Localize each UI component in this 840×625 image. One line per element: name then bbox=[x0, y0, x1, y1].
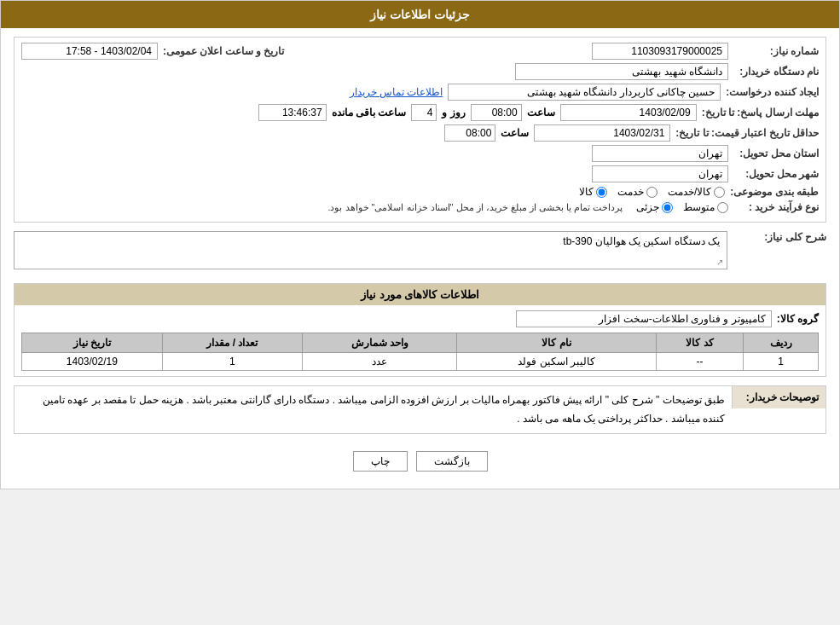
response-deadline-label: مهلت ارسال پاسخ: تا تاریخ: bbox=[702, 107, 819, 119]
description-row: شرح کلی نیاز: یک دستگاه اسکین یک هوالیان… bbox=[14, 231, 826, 276]
row-price-validity: حداقل تاریخ اعتبار قیمت: تا تاریخ: 1403/… bbox=[21, 124, 819, 142]
back-button[interactable]: بازگشت bbox=[416, 451, 488, 472]
radio-motavasset-input[interactable] bbox=[717, 202, 728, 213]
radio-kala-khedmat[interactable]: کالا/خدمت bbox=[668, 186, 725, 198]
process-note: پرداخت تمام یا بخشی از مبلغ خرید، از محل… bbox=[327, 202, 623, 213]
notes-text: طبق توضیحات " شرح کلی " ارائه پیش فاکتور… bbox=[14, 386, 732, 433]
content-area: شماره نیاز: 1103093179000025 تاریخ و ساع… bbox=[1, 28, 839, 489]
col-code: کد کالا bbox=[656, 333, 743, 353]
page-title: جزئیات اطلاعات نیاز bbox=[370, 8, 470, 21]
response-time-label: ساعت bbox=[527, 107, 555, 119]
cell-row: 1 bbox=[744, 353, 819, 371]
process-type-label: نوع فرآیند خرید : bbox=[733, 201, 819, 213]
price-validity-label: حداقل تاریخ اعتبار قیمت: تا تاریخ: bbox=[675, 127, 819, 139]
announce-date-value: 1403/02/04 - 17:58 bbox=[21, 43, 158, 60]
response-date-value: 1403/02/09 bbox=[560, 104, 697, 121]
radio-jozii-input[interactable] bbox=[662, 202, 673, 213]
need-number-label: شماره نیاز: bbox=[733, 45, 819, 57]
col-quantity: تعداد / مقدار bbox=[162, 333, 303, 353]
row-need-number: شماره نیاز: 1103093179000025 تاریخ و ساع… bbox=[21, 43, 819, 60]
main-info-section: شماره نیاز: 1103093179000025 تاریخ و ساع… bbox=[14, 37, 826, 223]
cell-date: 1403/02/19 bbox=[22, 353, 163, 371]
classification-label: طبقه بندی موضوعی: bbox=[730, 186, 819, 198]
radio-kala-input[interactable] bbox=[596, 187, 607, 198]
buyer-org-label: نام دستگاه خریدار: bbox=[733, 66, 819, 78]
province-value: تهران bbox=[592, 145, 728, 162]
row-classification: طبقه بندی موضوعی: کالا/خدمت خدمت کالا bbox=[21, 186, 819, 198]
radio-motavasset[interactable]: متوسط bbox=[683, 201, 728, 213]
creator-label: ایجاد کننده درخواست: bbox=[726, 86, 819, 98]
cell-name: کالیبر اسکین فولد bbox=[457, 353, 657, 371]
radio-khedmat-input[interactable] bbox=[646, 187, 658, 198]
city-label: شهر محل تحویل: bbox=[733, 168, 819, 180]
col-row: ردیف bbox=[744, 333, 819, 353]
notes-section: توصیحات خریدار: طبق توضیحات " شرح کلی " … bbox=[14, 385, 826, 434]
cell-quantity: 1 bbox=[162, 353, 303, 371]
col-name: نام کالا bbox=[457, 333, 657, 353]
description-value: یک دستگاه اسکین یک هوالیان tb-390 ↗ bbox=[14, 231, 727, 269]
need-number-value: 1103093179000025 bbox=[592, 43, 728, 60]
radio-kala-khedmat-input[interactable] bbox=[714, 187, 725, 198]
contact-link[interactable]: اطلاعات تماس خریدار bbox=[350, 86, 443, 98]
city-value: تهران bbox=[592, 165, 728, 182]
goods-group-row: گروه کالا: کامپیوتر و فناوری اطلاعات-سخت… bbox=[21, 310, 819, 327]
table-header-row: ردیف کد کالا نام کالا واحد شمارش تعداد /… bbox=[22, 333, 819, 353]
col-unit: واحد شمارش bbox=[303, 333, 457, 353]
price-validity-time-label: ساعت bbox=[501, 127, 529, 139]
cell-unit: عدد bbox=[303, 353, 457, 371]
row-creator: ایجاد کننده درخواست: حسین چاکانی کاربردا… bbox=[21, 84, 819, 101]
province-label: استان محل تحویل: bbox=[733, 148, 819, 159]
price-validity-time: 08:00 bbox=[444, 124, 495, 142]
page-container: جزئیات اطلاعات نیاز شماره نیاز: 11030931… bbox=[0, 0, 840, 489]
goods-group-value: کامپیوتر و فناوری اطلاعات-سخت افزار bbox=[516, 310, 772, 327]
goods-table: ردیف کد کالا نام کالا واحد شمارش تعداد /… bbox=[21, 333, 819, 371]
radio-kala-khedmat-label: کالا/خدمت bbox=[668, 186, 711, 198]
notes-label: توصیحات خریدار: bbox=[732, 386, 826, 408]
table-row: 1 -- کالیبر اسکین فولد عدد 1 1403/02/19 bbox=[22, 353, 819, 371]
buyer-org-value: دانشگاه شهید بهشتی bbox=[515, 63, 728, 80]
goods-group-label: گروه کالا: bbox=[777, 313, 819, 325]
goods-title: اطلاعات کالاهای مورد نیاز bbox=[14, 284, 826, 305]
buttons-row: بازگشت چاپ bbox=[14, 443, 826, 480]
radio-jozii[interactable]: جزئی bbox=[636, 201, 673, 213]
row-response-deadline: مهلت ارسال پاسخ: تا تاریخ: 1403/02/09 سا… bbox=[21, 104, 819, 121]
process-type-options: متوسط جزئی bbox=[636, 201, 728, 213]
remaining-time-label: ساعت باقی مانده bbox=[332, 107, 407, 119]
description-label: شرح کلی نیاز: bbox=[733, 231, 826, 243]
remaining-time-value: 13:46:37 bbox=[258, 104, 327, 121]
goods-body: گروه کالا: کامپیوتر و فناوری اطلاعات-سخت… bbox=[14, 305, 826, 376]
row-buyer-org: نام دستگاه خریدار: دانشگاه شهید بهشتی bbox=[21, 63, 819, 80]
print-button[interactable]: چاپ bbox=[353, 451, 408, 472]
radio-jozii-label: جزئی bbox=[636, 201, 659, 213]
creator-value: حسین چاکانی کاربردار دانشگاه شهید بهشتی bbox=[448, 84, 721, 101]
radio-kala[interactable]: کالا bbox=[579, 186, 607, 198]
radio-motavasset-label: متوسط bbox=[683, 201, 715, 213]
remaining-days-value: 4 bbox=[411, 104, 437, 121]
radio-khedmat[interactable]: خدمت bbox=[617, 186, 658, 198]
row-province: استان محل تحویل: تهران bbox=[21, 145, 819, 162]
cell-code: -- bbox=[656, 353, 743, 371]
radio-khedmat-label: خدمت bbox=[617, 186, 644, 198]
price-validity-date: 1403/02/31 bbox=[534, 124, 670, 142]
radio-kala-label: کالا bbox=[579, 186, 594, 198]
announce-date-label: تاریخ و ساعت اعلان عمومی: bbox=[163, 45, 284, 57]
response-time-value: 08:00 bbox=[471, 104, 522, 121]
row-city: شهر محل تحویل: تهران bbox=[21, 165, 819, 182]
goods-section: اطلاعات کالاهای مورد نیاز گروه کالا: کام… bbox=[14, 283, 826, 377]
col-date: تاریخ نیاز bbox=[22, 333, 163, 353]
remaining-days-label: روز و bbox=[442, 107, 465, 119]
classification-options: کالا/خدمت خدمت کالا bbox=[579, 186, 725, 198]
row-process-type: نوع فرآیند خرید : متوسط جزئی پرداخت تمام… bbox=[21, 201, 819, 213]
page-header: جزئیات اطلاعات نیاز bbox=[1, 1, 839, 28]
